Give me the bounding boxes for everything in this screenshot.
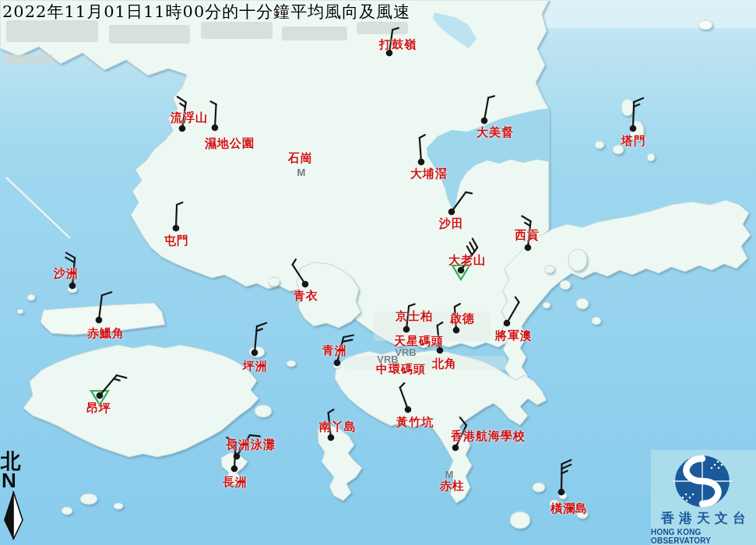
- north-arrow-icon: [2, 490, 25, 540]
- hko-emblem-icon: [652, 452, 754, 511]
- map-base: [0, 0, 756, 545]
- hk-wind-map: 打鼓嶺流浮山濕地公園石崗M大美督塔門大埔滘沙田屯門西貢沙洲赤鱲角大老山青衣京士柏…: [0, 0, 756, 545]
- hko-logo-text-zh: 香港天文台: [656, 509, 751, 527]
- hko-logo: 香港天文台 HONG KONG OBSERVATORY: [651, 450, 756, 545]
- north-arrow: 北 N: [1, 451, 27, 540]
- hko-logo-text-en: HONG KONG OBSERVATORY: [651, 528, 756, 545]
- map-title: 2022年11月01日11時00分的十分鐘平均風向及風速: [2, 1, 410, 23]
- north-label-en: N: [2, 472, 27, 490]
